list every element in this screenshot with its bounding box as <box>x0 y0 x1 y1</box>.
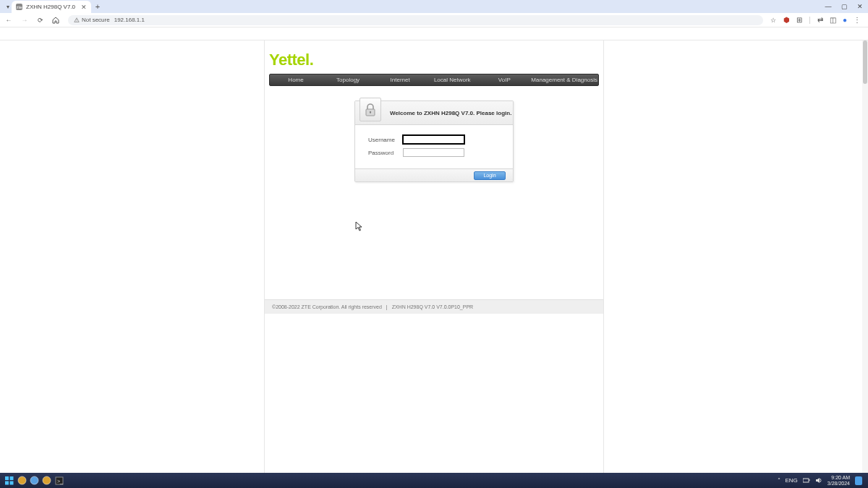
taskbar-app-4[interactable]: >_ <box>53 475 65 486</box>
svg-text:>_: >_ <box>57 479 63 484</box>
translate-icon[interactable]: ⇄ <box>817 16 823 24</box>
svg-rect-14 <box>803 479 809 482</box>
reload-button[interactable]: ⟳ <box>36 17 45 24</box>
profile-icon[interactable]: ● <box>843 16 847 24</box>
url-text: 192.168.1.1 <box>114 17 145 23</box>
tab-favicon-icon: zte <box>16 4 22 10</box>
not-secure-badge[interactable]: Not secure <box>74 17 110 23</box>
svg-point-1 <box>77 21 77 22</box>
tray-notifications-icon[interactable] <box>855 476 862 485</box>
new-tab-button[interactable]: + <box>91 0 104 13</box>
login-footer: Login <box>355 168 513 181</box>
menu-management[interactable]: Management & Diagnosis <box>530 77 598 83</box>
password-label: Password <box>368 150 403 156</box>
forward-button[interactable]: → <box>20 17 29 24</box>
svg-rect-5 <box>5 476 9 480</box>
main-menu: Home Topology Internet Local Network VoI… <box>269 74 599 86</box>
welcome-message: Welcome to ZXHN H298Q V7.0. Please login… <box>390 110 511 116</box>
svg-point-10 <box>30 476 38 484</box>
menu-topology[interactable]: Topology <box>322 77 374 83</box>
windows-taskbar: >_ ˄ ENG 9:20 AM 3/28/2024 <box>0 473 868 488</box>
login-header: Welcome to ZXHN H298Q V7.0. Please login… <box>355 101 513 125</box>
sidepanel-icon[interactable]: ◫ <box>830 16 836 24</box>
browser-tab[interactable]: zte ZXHN H298Q V7.0 ✕ <box>12 1 91 13</box>
svg-point-11 <box>43 476 51 484</box>
browser-chrome: ▾ zte ZXHN H298Q V7.0 ✕ + — ▢ ✕ ← → ⟳ No… <box>0 0 868 40</box>
close-window-button[interactable]: ✕ <box>852 0 868 13</box>
tray-language[interactable]: ENG <box>786 477 798 484</box>
menu-home[interactable]: Home <box>270 77 322 83</box>
window-controls: — ▢ ✕ <box>820 0 868 13</box>
username-label: Username <box>368 137 403 143</box>
lock-icon <box>359 98 381 121</box>
scrollbar-thumb[interactable] <box>863 40 867 84</box>
menu-local-network[interactable]: Local Network <box>426 77 478 83</box>
brand-logo: Yettel. <box>265 40 603 74</box>
system-tray: ˄ ENG 9:20 AM 3/28/2024 <box>778 475 866 487</box>
minimize-button[interactable]: — <box>820 0 836 13</box>
home-button[interactable] <box>52 17 61 24</box>
toolbar-right: ⬢ ⊞ | ⇄ ◫ ● ⋮ <box>783 16 864 24</box>
tray-clock[interactable]: 9:20 AM 3/28/2024 <box>827 475 850 487</box>
chrome-menu-button[interactable]: ⋮ <box>854 16 861 24</box>
footer-copyright: ©2008-2022 ZTE Corporation. All rights r… <box>272 304 382 309</box>
taskbar-app-2[interactable] <box>28 475 41 486</box>
login-card: Welcome to ZXHN H298Q V7.0. Please login… <box>354 100 514 182</box>
tray-network-icon[interactable] <box>803 477 810 484</box>
tray-overflow-icon[interactable]: ˄ <box>778 477 780 484</box>
svg-point-9 <box>18 476 26 484</box>
login-button[interactable]: Login <box>474 171 506 180</box>
taskbar-app-1[interactable] <box>16 475 28 486</box>
browser-toolbar: ← → ⟳ Not secure 192.168.1.1 ☆ ⬢ ⊞ | ⇄ ◫… <box>0 13 868 27</box>
tab-close-button[interactable]: ✕ <box>81 4 87 11</box>
login-form: Username Password <box>355 125 513 168</box>
taskbar-app-3[interactable] <box>41 475 53 486</box>
router-page: Yettel. Home Topology Internet Local Net… <box>264 40 604 473</box>
extension-shield-icon[interactable]: ⬢ <box>783 16 790 24</box>
back-button[interactable]: ← <box>4 17 13 24</box>
warning-icon <box>74 17 80 23</box>
username-input[interactable] <box>403 135 464 144</box>
page-footer: ©2008-2022 ZTE Corporation. All rights r… <box>265 299 603 314</box>
svg-rect-8 <box>10 481 14 484</box>
menu-voip[interactable]: VoIP <box>478 77 530 83</box>
vertical-scrollbar[interactable] <box>862 40 868 473</box>
tab-strip: ▾ zte ZXHN H298Q V7.0 ✕ + — ▢ ✕ <box>0 0 868 13</box>
maximize-button[interactable]: ▢ <box>836 0 852 13</box>
extensions-icon[interactable]: ⊞ <box>796 16 802 24</box>
page-viewport: Yettel. Home Topology Internet Local Net… <box>0 40 868 473</box>
tab-title: ZXHN H298Q V7.0 <box>26 4 77 10</box>
bookmark-star-icon[interactable]: ☆ <box>770 17 776 24</box>
start-button[interactable] <box>3 475 16 486</box>
svg-rect-6 <box>10 476 14 480</box>
svg-rect-7 <box>5 481 9 484</box>
tray-volume-icon[interactable] <box>815 477 822 484</box>
tab-search-caret[interactable]: ▾ <box>4 0 12 13</box>
menu-internet[interactable]: Internet <box>374 77 426 83</box>
address-bar[interactable]: Not secure 192.168.1.1 <box>68 15 763 25</box>
bookmark-bar <box>0 27 868 40</box>
password-input[interactable] <box>403 148 464 157</box>
footer-model: ZXHN H298Q V7.0 V7.0.0P10_PPR <box>392 304 473 309</box>
